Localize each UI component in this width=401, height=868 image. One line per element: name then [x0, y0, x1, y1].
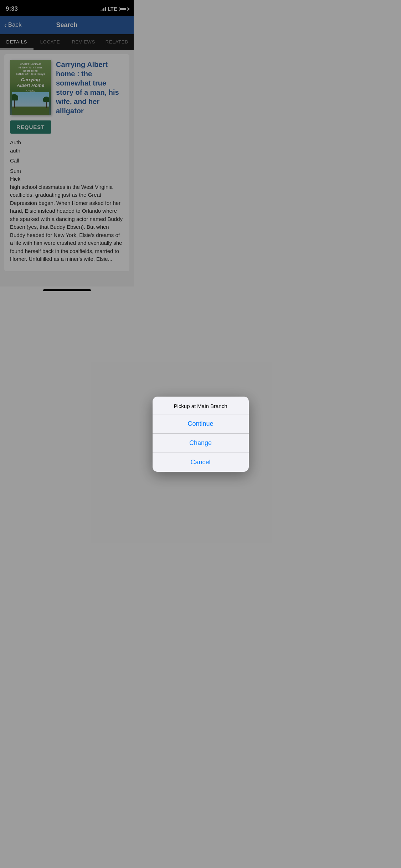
modal-overlay: Pickup at Main Branch Continue Change Ca…: [0, 0, 134, 295]
